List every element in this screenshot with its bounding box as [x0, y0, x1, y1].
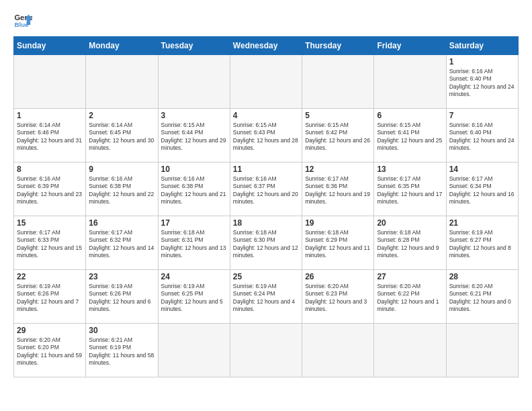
- day-info: Sunrise: 6:20 AMSunset: 6:23 PMDaylight:…: [305, 283, 371, 314]
- day-info: Sunrise: 6:16 AMSunset: 6:38 PMDaylight:…: [161, 175, 227, 206]
- day-cell: [374, 324, 446, 377]
- day-info: Sunrise: 6:17 AMSunset: 6:36 PMDaylight:…: [305, 175, 371, 206]
- day-cell: [446, 324, 518, 377]
- day-number: 25: [233, 272, 299, 281]
- day-number: 7: [449, 111, 515, 120]
- day-cell: 13Sunrise: 6:17 AMSunset: 6:35 PMDayligh…: [374, 163, 446, 216]
- day-cell: [230, 324, 302, 377]
- day-number: 1: [17, 111, 83, 120]
- day-number: 21: [449, 218, 515, 228]
- day-number: 17: [161, 218, 227, 228]
- day-cell: 6Sunrise: 6:15 AMSunset: 6:41 PMDaylight…: [374, 109, 446, 163]
- day-cell: 1Sunrise: 6:16 AMSunset: 6:40 PMDaylight…: [446, 55, 518, 109]
- day-number: 19: [305, 218, 371, 228]
- day-cell: [14, 55, 86, 109]
- day-cell: 23Sunrise: 6:19 AMSunset: 6:26 PMDayligh…: [86, 270, 158, 324]
- day-cell: 4Sunrise: 6:15 AMSunset: 6:43 PMDaylight…: [230, 109, 302, 163]
- logo-icon: General Blue: [13, 11, 32, 30]
- day-cell: 18Sunrise: 6:18 AMSunset: 6:30 PMDayligh…: [230, 216, 302, 270]
- day-number: 29: [17, 326, 83, 335]
- day-number: 10: [161, 165, 227, 174]
- day-number: 3: [161, 111, 227, 120]
- day-cell: 26Sunrise: 6:20 AMSunset: 6:23 PMDayligh…: [302, 270, 374, 324]
- day-number: 14: [449, 165, 515, 174]
- column-header-monday: Monday: [86, 37, 158, 55]
- day-info: Sunrise: 6:14 AMSunset: 6:45 PMDaylight:…: [89, 122, 154, 152]
- calendar-table: SundayMondayTuesdayWednesdayThursdayFrid…: [13, 36, 519, 377]
- day-info: Sunrise: 6:17 AMSunset: 6:34 PMDaylight:…: [449, 175, 515, 206]
- day-number: 27: [377, 272, 443, 281]
- day-number: 28: [449, 272, 515, 281]
- day-number: 16: [89, 218, 154, 228]
- day-number: 12: [305, 165, 371, 174]
- day-cell: 1Sunrise: 6:14 AMSunset: 6:46 PMDaylight…: [14, 109, 86, 163]
- page-header: General Blue: [13, 11, 519, 30]
- day-info: Sunrise: 6:18 AMSunset: 6:30 PMDaylight:…: [233, 229, 299, 260]
- day-cell: 8Sunrise: 6:16 AMSunset: 6:39 PMDaylight…: [14, 163, 86, 216]
- day-info: Sunrise: 6:17 AMSunset: 6:32 PMDaylight:…: [89, 229, 154, 260]
- week-row-2: 8Sunrise: 6:16 AMSunset: 6:39 PMDaylight…: [14, 163, 519, 216]
- day-cell: [302, 324, 374, 377]
- day-number: 4: [233, 111, 299, 120]
- day-cell: 28Sunrise: 6:20 AMSunset: 6:21 PMDayligh…: [446, 270, 518, 324]
- day-number: 8: [17, 165, 83, 174]
- day-info: Sunrise: 6:20 AMSunset: 6:21 PMDaylight:…: [449, 283, 515, 314]
- week-row-5: 29Sunrise: 6:20 AMSunset: 6:20 PMDayligh…: [14, 324, 519, 377]
- day-cell: 16Sunrise: 6:17 AMSunset: 6:32 PMDayligh…: [86, 216, 158, 270]
- day-cell: 5Sunrise: 6:15 AMSunset: 6:42 PMDaylight…: [302, 109, 374, 163]
- day-cell: 27Sunrise: 6:20 AMSunset: 6:22 PMDayligh…: [374, 270, 446, 324]
- day-info: Sunrise: 6:15 AMSunset: 6:44 PMDaylight:…: [161, 122, 227, 152]
- day-number: 15: [17, 218, 83, 228]
- day-info: Sunrise: 6:17 AMSunset: 6:33 PMDaylight:…: [17, 229, 83, 260]
- day-cell: 2Sunrise: 6:14 AMSunset: 6:45 PMDaylight…: [86, 109, 158, 163]
- day-number: 1: [449, 57, 515, 66]
- day-info: Sunrise: 6:21 AMSunset: 6:19 PMDaylight:…: [89, 336, 154, 367]
- day-number: 5: [305, 111, 371, 120]
- column-header-saturday: Saturday: [446, 37, 518, 55]
- day-info: Sunrise: 6:20 AMSunset: 6:20 PMDaylight:…: [17, 336, 83, 367]
- day-cell: 10Sunrise: 6:16 AMSunset: 6:38 PMDayligh…: [158, 163, 230, 216]
- day-number: 22: [17, 272, 83, 281]
- day-number: 13: [377, 165, 443, 174]
- day-cell: 14Sunrise: 6:17 AMSunset: 6:34 PMDayligh…: [446, 163, 518, 216]
- day-info: Sunrise: 6:19 AMSunset: 6:26 PMDaylight:…: [89, 283, 154, 314]
- day-info: Sunrise: 6:19 AMSunset: 6:25 PMDaylight:…: [161, 283, 227, 314]
- day-cell: [158, 55, 230, 109]
- day-cell: 30Sunrise: 6:21 AMSunset: 6:19 PMDayligh…: [86, 324, 158, 377]
- day-cell: [86, 55, 158, 109]
- day-info: Sunrise: 6:16 AMSunset: 6:40 PMDaylight:…: [449, 68, 515, 99]
- day-cell: 19Sunrise: 6:18 AMSunset: 6:29 PMDayligh…: [302, 216, 374, 270]
- day-number: 11: [233, 165, 299, 174]
- day-info: Sunrise: 6:19 AMSunset: 6:27 PMDaylight:…: [449, 229, 515, 260]
- day-cell: [230, 55, 302, 109]
- day-number: 20: [377, 218, 443, 228]
- day-number: 24: [161, 272, 227, 281]
- day-number: 26: [305, 272, 371, 281]
- day-cell: [302, 55, 374, 109]
- day-cell: 9Sunrise: 6:16 AMSunset: 6:38 PMDaylight…: [86, 163, 158, 216]
- day-cell: 7Sunrise: 6:16 AMSunset: 6:40 PMDaylight…: [446, 109, 518, 163]
- day-info: Sunrise: 6:15 AMSunset: 6:42 PMDaylight:…: [305, 122, 371, 152]
- week-row-3: 15Sunrise: 6:17 AMSunset: 6:33 PMDayligh…: [14, 216, 519, 270]
- day-info: Sunrise: 6:18 AMSunset: 6:29 PMDaylight:…: [305, 229, 371, 260]
- day-cell: 20Sunrise: 6:18 AMSunset: 6:28 PMDayligh…: [374, 216, 446, 270]
- day-cell: [158, 324, 230, 377]
- logo: General Blue: [13, 11, 32, 30]
- day-cell: 12Sunrise: 6:17 AMSunset: 6:36 PMDayligh…: [302, 163, 374, 216]
- day-info: Sunrise: 6:20 AMSunset: 6:22 PMDaylight:…: [377, 283, 443, 314]
- day-info: Sunrise: 6:16 AMSunset: 6:40 PMDaylight:…: [449, 122, 515, 152]
- day-number: 30: [89, 326, 154, 335]
- week-row-0: 1Sunrise: 6:16 AMSunset: 6:40 PMDaylight…: [14, 55, 519, 109]
- day-info: Sunrise: 6:19 AMSunset: 6:24 PMDaylight:…: [233, 283, 299, 314]
- day-cell: 25Sunrise: 6:19 AMSunset: 6:24 PMDayligh…: [230, 270, 302, 324]
- day-cell: 15Sunrise: 6:17 AMSunset: 6:33 PMDayligh…: [14, 216, 86, 270]
- week-row-1: 1Sunrise: 6:14 AMSunset: 6:46 PMDaylight…: [14, 109, 519, 163]
- day-number: 6: [377, 111, 443, 120]
- day-info: Sunrise: 6:17 AMSunset: 6:35 PMDaylight:…: [377, 175, 443, 206]
- day-cell: 21Sunrise: 6:19 AMSunset: 6:27 PMDayligh…: [446, 216, 518, 270]
- day-cell: 3Sunrise: 6:15 AMSunset: 6:44 PMDaylight…: [158, 109, 230, 163]
- day-number: 18: [233, 218, 299, 228]
- day-info: Sunrise: 6:16 AMSunset: 6:38 PMDaylight:…: [89, 175, 154, 206]
- column-header-friday: Friday: [374, 37, 446, 55]
- day-info: Sunrise: 6:16 AMSunset: 6:37 PMDaylight:…: [233, 175, 299, 206]
